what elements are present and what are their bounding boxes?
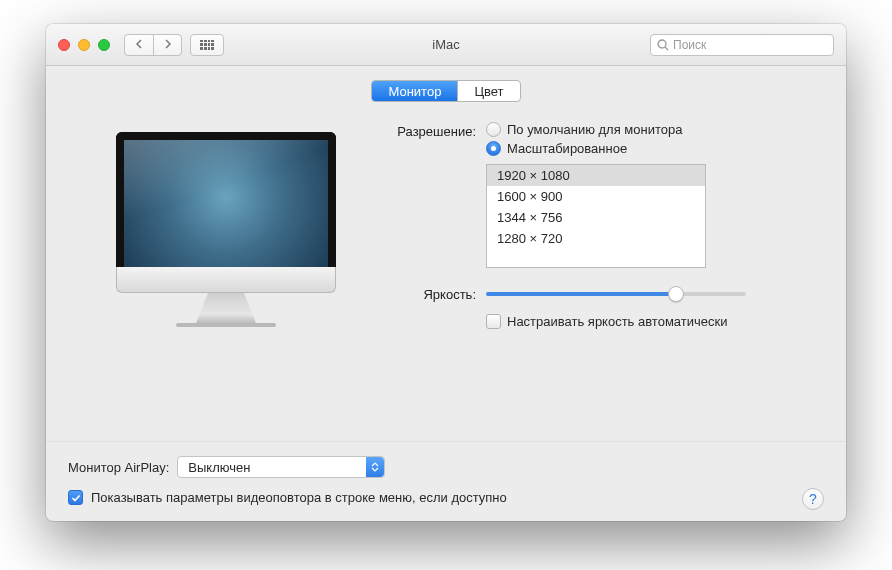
resolution-default-label: По умолчанию для монитора bbox=[507, 122, 682, 137]
resolution-default-radio[interactable]: По умолчанию для монитора bbox=[486, 122, 706, 137]
help-icon: ? bbox=[809, 491, 817, 507]
resolution-option[interactable]: 1280 × 720 bbox=[487, 228, 705, 249]
tab-monitor[interactable]: Монитор bbox=[372, 81, 457, 101]
airplay-label: Монитор AirPlay: bbox=[68, 460, 169, 475]
search-placeholder: Поиск bbox=[673, 38, 706, 52]
resolution-list[interactable]: 1920 × 1080 1600 × 900 1344 × 756 1280 ×… bbox=[486, 164, 706, 268]
show-mirroring-menubar-label: Показывать параметры видеоповтора в стро… bbox=[91, 490, 507, 505]
svg-line-1 bbox=[665, 47, 668, 50]
zoom-window-button[interactable] bbox=[98, 39, 110, 51]
popup-arrows-icon bbox=[366, 457, 384, 477]
nav-forward-button[interactable] bbox=[153, 35, 181, 55]
resolution-option[interactable]: 1920 × 1080 bbox=[487, 165, 705, 186]
display-tabs: Монитор Цвет bbox=[46, 80, 846, 102]
slider-thumb[interactable] bbox=[668, 286, 684, 302]
resolution-option[interactable]: 1600 × 900 bbox=[487, 186, 705, 207]
tab-color[interactable]: Цвет bbox=[457, 81, 519, 101]
resolution-label: Разрешение: bbox=[376, 122, 486, 139]
imac-chin bbox=[116, 267, 336, 293]
window-traffic-lights bbox=[58, 39, 110, 51]
search-icon bbox=[657, 39, 669, 51]
display-preview-image bbox=[116, 132, 336, 327]
nav-back-button[interactable] bbox=[125, 35, 153, 55]
close-window-button[interactable] bbox=[58, 39, 70, 51]
tab-monitor-label: Монитор bbox=[388, 84, 441, 99]
slider-fill bbox=[486, 292, 676, 296]
tab-color-label: Цвет bbox=[474, 84, 503, 99]
preferences-window: iMac Поиск Монитор Цвет bbox=[46, 24, 846, 521]
radio-icon bbox=[486, 122, 501, 137]
auto-brightness-label: Настраивать яркость автоматически bbox=[507, 314, 727, 329]
resolution-option[interactable]: 1344 × 756 bbox=[487, 207, 705, 228]
window-footer: Монитор AirPlay: Выключен Показывать пар… bbox=[46, 441, 846, 521]
window-titlebar: iMac Поиск bbox=[46, 24, 846, 66]
minimize-window-button[interactable] bbox=[78, 39, 90, 51]
brightness-label: Яркость: bbox=[376, 287, 486, 302]
imac-screen-icon bbox=[116, 132, 336, 267]
svg-point-0 bbox=[658, 40, 666, 48]
show-all-prefs-button[interactable] bbox=[190, 34, 224, 56]
brightness-slider[interactable] bbox=[486, 286, 746, 302]
search-field[interactable]: Поиск bbox=[650, 34, 834, 56]
resolution-list-spacer bbox=[487, 249, 705, 267]
grid-icon bbox=[200, 40, 214, 50]
airplay-popup[interactable]: Выключен bbox=[177, 456, 385, 478]
imac-base bbox=[176, 323, 276, 327]
resolution-scaled-radio[interactable]: Масштабированное bbox=[486, 141, 706, 156]
auto-brightness-checkbox[interactable] bbox=[486, 314, 501, 329]
radio-icon bbox=[486, 141, 501, 156]
help-button[interactable]: ? bbox=[802, 488, 824, 510]
nav-back-forward bbox=[124, 34, 182, 56]
resolution-scaled-label: Масштабированное bbox=[507, 141, 627, 156]
show-mirroring-menubar-checkbox[interactable] bbox=[68, 490, 83, 505]
airplay-value: Выключен bbox=[188, 460, 250, 475]
imac-stand bbox=[196, 293, 256, 323]
